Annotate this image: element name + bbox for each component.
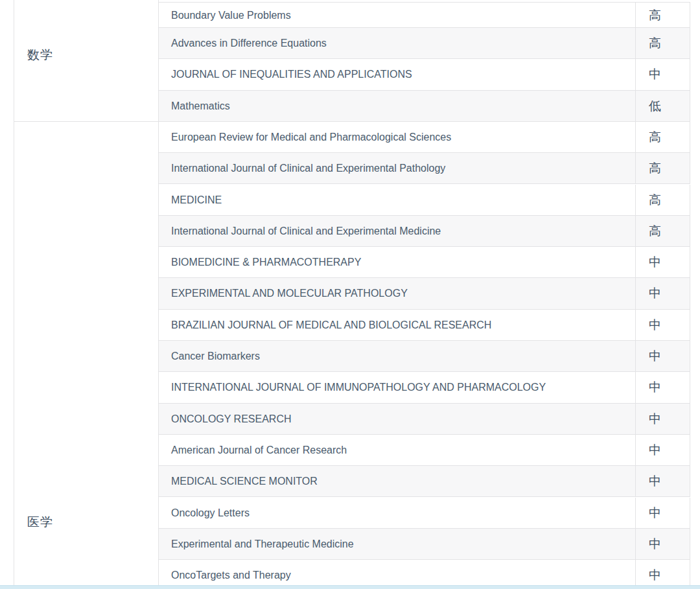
risk-level-cell: 高 bbox=[635, 185, 690, 216]
journal-cell: European Review for Medical and Pharmaco… bbox=[159, 122, 635, 153]
journal-cell: MEDICINE bbox=[159, 185, 635, 216]
journal-cell: BIOMEDICINE & PHARMACOTHERAPY bbox=[159, 247, 635, 278]
risk-level-cell: 中 bbox=[635, 435, 690, 466]
risk-level-cell: 低 bbox=[635, 91, 690, 122]
journal-cell: ONCOLOGY RESEARCH bbox=[159, 404, 635, 435]
risk-level-cell: 中 bbox=[635, 341, 690, 372]
risk-level-cell: 中 bbox=[635, 529, 690, 560]
risk-level-cell: 中 bbox=[635, 372, 690, 403]
risk-level-cell: 中 bbox=[635, 466, 690, 497]
journal-cell: Experimental and Therapeutic Medicine bbox=[159, 529, 635, 560]
journal-cell: International Journal of Clinical and Ex… bbox=[159, 153, 635, 184]
category-label-medicine: 医学 bbox=[27, 516, 53, 528]
category-label-math: 数学 bbox=[27, 49, 53, 61]
journal-cell: BRAZILIAN JOURNAL OF MEDICAL AND BIOLOGI… bbox=[159, 310, 635, 341]
outer-left-cell bbox=[0, 0, 14, 585]
journal-cell: Cancer Biomarkers bbox=[159, 341, 635, 372]
risk-level-cell: 中 bbox=[635, 59, 690, 90]
journal-cell: Advances in Difference Equations bbox=[159, 28, 635, 59]
journal-cell: Boundary Value Problems bbox=[159, 2, 635, 28]
risk-level-cell: 高 bbox=[635, 2, 690, 28]
journal-cell: EXPERIMENTAL AND MOLECULAR PATHOLOGY bbox=[159, 278, 635, 309]
risk-level-cell: 中 bbox=[635, 278, 690, 309]
journal-cell: JOURNAL OF INEQUALITIES AND APPLICATIONS bbox=[159, 59, 635, 90]
risk-level-cell: 高 bbox=[635, 122, 690, 153]
journal-cell: American Journal of Cancer Research bbox=[159, 435, 635, 466]
risk-level-cell: 高 bbox=[635, 153, 690, 184]
journal-risk-table-page: 数学 医学 Boundary Value Problems高Advances i… bbox=[0, 0, 700, 589]
category-cell-math: 数学 bbox=[14, 0, 159, 122]
journal-cell: MEDICAL SCIENCE MONITOR bbox=[159, 466, 635, 497]
risk-level-cell: 高 bbox=[635, 216, 690, 247]
risk-level-cell: 高 bbox=[635, 28, 690, 59]
risk-level-cell: 中 bbox=[635, 247, 690, 278]
journal-cell: INTERNATIONAL JOURNAL OF IMMUNOPATHOLOGY… bbox=[159, 372, 635, 403]
journal-cell: Mathematics bbox=[159, 91, 635, 122]
risk-level-cell: 中 bbox=[635, 310, 690, 341]
journal-cell: Oncology Letters bbox=[159, 498, 635, 529]
risk-level-cell: 中 bbox=[635, 498, 690, 529]
category-cell-medicine: 医学 bbox=[14, 122, 159, 585]
bottom-highlight-strip bbox=[0, 585, 700, 589]
journal-cell: International Journal of Clinical and Ex… bbox=[159, 216, 635, 247]
risk-level-cell: 中 bbox=[635, 404, 690, 435]
